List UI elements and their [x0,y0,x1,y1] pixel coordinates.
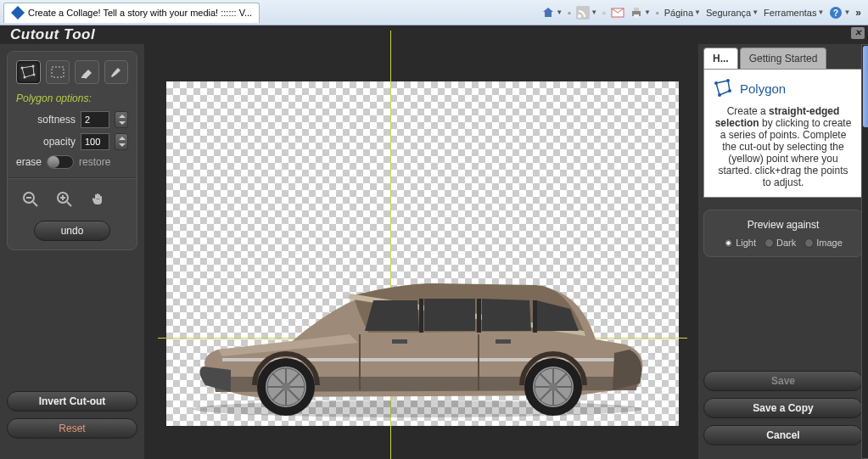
getting-started-tab[interactable]: Getting Started [740,48,827,69]
canvas-area [144,44,698,459]
home-button[interactable]: ▼ [541,6,563,20]
svg-rect-4 [634,8,639,11]
tools-panel: Polygon options: softness opacity erase … [7,51,137,250]
invert-cutout-button[interactable]: Invert Cut-out [7,391,137,411]
save-copy-button[interactable]: Save a Copy [703,398,863,418]
svg-point-8 [21,67,24,70]
print-button[interactable]: ▼ [630,6,651,20]
opacity-label: opacity [16,136,76,148]
preview-panel: Preview against Light Dark Image [703,210,863,257]
brush-tool[interactable] [104,60,129,84]
svg-point-32 [282,383,290,391]
window-titlebar: Cutout Tool ✕ [0,25,868,44]
opacity-input[interactable] [81,133,109,150]
svg-point-10 [33,74,36,76]
svg-rect-23 [477,299,481,333]
undo-button[interactable]: undo [34,221,110,241]
canvas[interactable] [166,81,679,426]
page-menu[interactable]: Página ▼ [664,8,701,18]
svg-line-17 [67,202,71,206]
restore-label: restore [79,156,110,168]
svg-point-40 [549,383,557,391]
left-sidebar: Polygon options: softness opacity erase … [0,44,144,459]
svg-rect-5 [634,14,639,18]
help-text: Create a straight-edged selection by cli… [713,105,854,188]
site-icon [11,6,25,20]
erase-label: erase [16,156,42,168]
help-button[interactable]: ?▼ [829,6,850,20]
zoom-in-icon[interactable] [55,190,74,209]
svg-point-9 [32,65,35,68]
svg-point-47 [728,89,731,92]
opacity-spinner[interactable] [115,133,128,150]
scrollbar[interactable] [861,44,868,459]
softness-spinner[interactable] [115,111,128,128]
svg-point-46 [726,79,730,82]
preview-dark-radio[interactable]: Dark [764,238,796,248]
help-tab[interactable]: H... [703,48,738,69]
browser-toolbar: Create a Collage! Tell a story with your… [0,0,868,25]
right-sidebar: H... Getting Started Polygon Create a st… [698,44,868,459]
polygon-icon [713,78,733,98]
mail-button[interactable] [611,6,624,20]
options-header: Polygon options: [16,92,128,104]
marquee-tool[interactable] [46,60,70,84]
overflow-icon[interactable]: » [855,7,861,19]
softness-label: softness [16,114,76,126]
scrollbar-thumb[interactable] [863,46,868,127]
polygon-tool[interactable] [16,60,41,84]
save-button[interactable]: Save [703,371,863,391]
svg-rect-12 [52,67,64,77]
svg-text:?: ? [833,8,838,18]
zoom-out-icon[interactable] [21,190,40,209]
browser-menu-right: ▼ ▪ ▼ ▫ ▼ ▪ Página ▼ Segurança ▼ Ferrame… [541,6,868,20]
tools-menu[interactable]: Ferramentas ▼ [764,8,824,18]
eraser-tool[interactable] [75,60,99,84]
svg-point-48 [718,93,721,97]
svg-point-45 [714,81,718,85]
svg-point-11 [24,76,26,79]
preview-image-radio[interactable]: Image [804,238,843,248]
svg-rect-44 [496,339,511,344]
close-icon[interactable]: ✕ [851,27,865,39]
help-title: Polygon [740,81,786,96]
reset-button[interactable]: Reset [7,418,137,439]
preview-light-radio[interactable]: Light [724,238,756,248]
cutout-image [180,258,655,419]
security-menu[interactable]: Segurança ▼ [706,8,759,18]
svg-line-14 [33,202,37,206]
tab-title: Create a Collage! Tell a story with your… [28,8,252,18]
svg-rect-43 [392,339,407,344]
feeds-button[interactable]: ▼ [576,6,597,20]
svg-point-1 [578,14,581,18]
app-window: Cutout Tool ✕ [0,25,868,459]
window-title: Cutout Tool [10,26,95,43]
cancel-button[interactable]: Cancel [703,425,863,445]
browser-tab[interactable]: Create a Collage! Tell a story with your… [3,3,260,23]
preview-title: Preview against [711,219,855,231]
help-panel: Polygon Create a straight-edged selectio… [703,69,863,198]
pan-hand-icon[interactable] [89,190,108,209]
softness-input[interactable] [81,111,109,128]
erase-restore-toggle[interactable] [47,155,74,169]
svg-rect-22 [419,299,423,333]
svg-rect-24 [533,300,537,333]
